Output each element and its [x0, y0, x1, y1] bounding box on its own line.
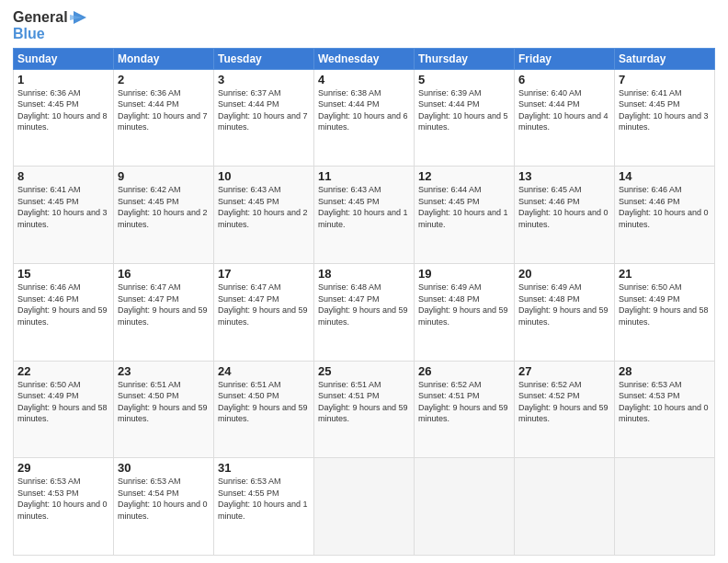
day-info: Sunrise: 6:51 AMSunset: 4:50 PMDaylight:… [218, 379, 310, 425]
day-info: Sunrise: 6:39 AMSunset: 4:44 PMDaylight:… [418, 87, 510, 133]
calendar-cell: 22Sunrise: 6:50 AMSunset: 4:49 PMDayligh… [14, 361, 114, 458]
day-info: Sunrise: 6:49 AMSunset: 4:48 PMDaylight:… [518, 282, 610, 327]
calendar-header-row: Sunday Monday Tuesday Wednesday Thursday… [14, 48, 715, 69]
day-info: Sunrise: 6:48 AMSunset: 4:47 PMDaylight:… [318, 282, 410, 327]
day-number: 12 [418, 169, 510, 183]
calendar-cell: 12Sunrise: 6:44 AMSunset: 4:45 PMDayligh… [415, 167, 515, 264]
day-number: 24 [218, 364, 310, 378]
calendar-cell [415, 458, 515, 556]
calendar-cell: 24Sunrise: 6:51 AMSunset: 4:50 PMDayligh… [214, 361, 314, 458]
day-info: Sunrise: 6:46 AMSunset: 4:46 PMDaylight:… [619, 184, 711, 230]
col-saturday: Saturday [615, 48, 715, 69]
day-info: Sunrise: 6:38 AMSunset: 4:44 PMDaylight:… [318, 87, 410, 133]
calendar-table: Sunday Monday Tuesday Wednesday Thursday… [13, 48, 715, 556]
calendar-cell: 6Sunrise: 6:40 AMSunset: 4:44 PMDaylight… [515, 69, 615, 167]
col-wednesday: Wednesday [314, 48, 415, 69]
calendar-cell: 3Sunrise: 6:37 AMSunset: 4:44 PMDaylight… [214, 69, 314, 167]
calendar-cell: 19Sunrise: 6:49 AMSunset: 4:48 PMDayligh… [415, 263, 515, 361]
day-info: Sunrise: 6:46 AMSunset: 4:46 PMDaylight:… [17, 282, 109, 327]
day-info: Sunrise: 6:41 AMSunset: 4:45 PMDaylight:… [17, 184, 109, 230]
col-monday: Monday [114, 48, 214, 69]
calendar-week-row: 15Sunrise: 6:46 AMSunset: 4:46 PMDayligh… [14, 263, 715, 361]
day-number: 1 [17, 73, 109, 86]
col-friday: Friday [515, 48, 615, 69]
calendar-cell: 20Sunrise: 6:49 AMSunset: 4:48 PMDayligh… [515, 263, 615, 361]
calendar-cell: 25Sunrise: 6:51 AMSunset: 4:51 PMDayligh… [314, 361, 415, 458]
day-info: Sunrise: 6:49 AMSunset: 4:48 PMDaylight:… [418, 282, 510, 327]
day-number: 27 [518, 364, 610, 378]
calendar-cell: 4Sunrise: 6:38 AMSunset: 4:44 PMDaylight… [314, 69, 415, 167]
day-info: Sunrise: 6:41 AMSunset: 4:45 PMDaylight:… [619, 87, 711, 133]
day-number: 10 [218, 169, 310, 183]
calendar-cell: 28Sunrise: 6:53 AMSunset: 4:53 PMDayligh… [615, 361, 715, 458]
day-info: Sunrise: 6:47 AMSunset: 4:47 PMDaylight:… [118, 282, 210, 327]
day-number: 7 [619, 73, 711, 86]
calendar-cell: 1Sunrise: 6:36 AMSunset: 4:45 PMDaylight… [14, 69, 114, 167]
header: General Blue [13, 9, 715, 42]
calendar-cell: 30Sunrise: 6:53 AMSunset: 4:54 PMDayligh… [114, 458, 214, 556]
day-number: 26 [418, 364, 510, 378]
day-info: Sunrise: 6:52 AMSunset: 4:52 PMDaylight:… [518, 379, 610, 425]
day-info: Sunrise: 6:36 AMSunset: 4:45 PMDaylight:… [17, 87, 109, 133]
day-info: Sunrise: 6:47 AMSunset: 4:47 PMDaylight:… [218, 282, 310, 327]
day-number: 25 [318, 364, 410, 378]
day-info: Sunrise: 6:51 AMSunset: 4:50 PMDaylight:… [118, 379, 210, 425]
day-number: 4 [318, 73, 410, 86]
day-number: 17 [218, 267, 310, 281]
day-info: Sunrise: 6:43 AMSunset: 4:45 PMDaylight:… [218, 184, 310, 230]
calendar-cell: 14Sunrise: 6:46 AMSunset: 4:46 PMDayligh… [615, 167, 715, 264]
calendar-cell: 7Sunrise: 6:41 AMSunset: 4:45 PMDaylight… [615, 69, 715, 167]
calendar-week-row: 1Sunrise: 6:36 AMSunset: 4:45 PMDaylight… [14, 69, 715, 167]
calendar-cell: 27Sunrise: 6:52 AMSunset: 4:52 PMDayligh… [515, 361, 615, 458]
calendar-cell: 5Sunrise: 6:39 AMSunset: 4:44 PMDaylight… [415, 69, 515, 167]
col-thursday: Thursday [415, 48, 515, 69]
day-number: 13 [518, 169, 610, 183]
calendar-cell: 17Sunrise: 6:47 AMSunset: 4:47 PMDayligh… [214, 263, 314, 361]
calendar-cell: 29Sunrise: 6:53 AMSunset: 4:53 PMDayligh… [14, 458, 114, 556]
day-info: Sunrise: 6:52 AMSunset: 4:51 PMDaylight:… [418, 379, 510, 425]
calendar-cell: 23Sunrise: 6:51 AMSunset: 4:50 PMDayligh… [114, 361, 214, 458]
day-info: Sunrise: 6:50 AMSunset: 4:49 PMDaylight:… [619, 282, 711, 327]
calendar-cell: 26Sunrise: 6:52 AMSunset: 4:51 PMDayligh… [415, 361, 515, 458]
day-info: Sunrise: 6:53 AMSunset: 4:53 PMDaylight:… [17, 476, 109, 522]
day-info: Sunrise: 6:51 AMSunset: 4:51 PMDaylight:… [318, 379, 410, 425]
calendar-week-row: 29Sunrise: 6:53 AMSunset: 4:53 PMDayligh… [14, 458, 715, 556]
calendar-week-row: 8Sunrise: 6:41 AMSunset: 4:45 PMDaylight… [14, 167, 715, 264]
calendar-cell: 2Sunrise: 6:36 AMSunset: 4:44 PMDaylight… [114, 69, 214, 167]
day-info: Sunrise: 6:53 AMSunset: 4:53 PMDaylight:… [619, 379, 711, 425]
calendar-cell: 13Sunrise: 6:45 AMSunset: 4:46 PMDayligh… [515, 167, 615, 264]
day-number: 18 [318, 267, 410, 281]
day-number: 29 [17, 461, 109, 475]
col-tuesday: Tuesday [214, 48, 314, 69]
calendar-cell [615, 458, 715, 556]
calendar-cell: 18Sunrise: 6:48 AMSunset: 4:47 PMDayligh… [314, 263, 415, 361]
day-number: 6 [518, 73, 610, 86]
day-info: Sunrise: 6:45 AMSunset: 4:46 PMDaylight:… [518, 184, 610, 230]
day-number: 11 [318, 169, 410, 183]
day-number: 30 [118, 461, 210, 475]
page-container: General Blue Sunday Monday Tuesday Wedne… [0, 0, 728, 563]
day-number: 22 [17, 364, 109, 378]
day-info: Sunrise: 6:36 AMSunset: 4:44 PMDaylight:… [118, 87, 210, 133]
day-info: Sunrise: 6:40 AMSunset: 4:44 PMDaylight:… [518, 87, 610, 133]
day-number: 5 [418, 73, 510, 86]
day-info: Sunrise: 6:37 AMSunset: 4:44 PMDaylight:… [218, 87, 310, 133]
col-sunday: Sunday [14, 48, 114, 69]
calendar-cell: 21Sunrise: 6:50 AMSunset: 4:49 PMDayligh… [615, 263, 715, 361]
calendar-cell: 16Sunrise: 6:47 AMSunset: 4:47 PMDayligh… [114, 263, 214, 361]
calendar-cell: 8Sunrise: 6:41 AMSunset: 4:45 PMDaylight… [14, 167, 114, 264]
logo: General Blue [13, 9, 86, 42]
day-info: Sunrise: 6:50 AMSunset: 4:49 PMDaylight:… [17, 379, 109, 425]
day-number: 28 [619, 364, 711, 378]
day-info: Sunrise: 6:43 AMSunset: 4:45 PMDaylight:… [318, 184, 410, 230]
day-info: Sunrise: 6:44 AMSunset: 4:45 PMDaylight:… [418, 184, 510, 230]
calendar-cell: 31Sunrise: 6:53 AMSunset: 4:55 PMDayligh… [214, 458, 314, 556]
day-number: 14 [619, 169, 711, 183]
logo-general: General [13, 9, 68, 26]
day-info: Sunrise: 6:53 AMSunset: 4:55 PMDaylight:… [218, 476, 310, 522]
day-number: 9 [118, 169, 210, 183]
day-number: 15 [17, 267, 109, 281]
day-number: 31 [218, 461, 310, 475]
day-info: Sunrise: 6:53 AMSunset: 4:54 PMDaylight:… [118, 476, 210, 522]
day-number: 23 [118, 364, 210, 378]
